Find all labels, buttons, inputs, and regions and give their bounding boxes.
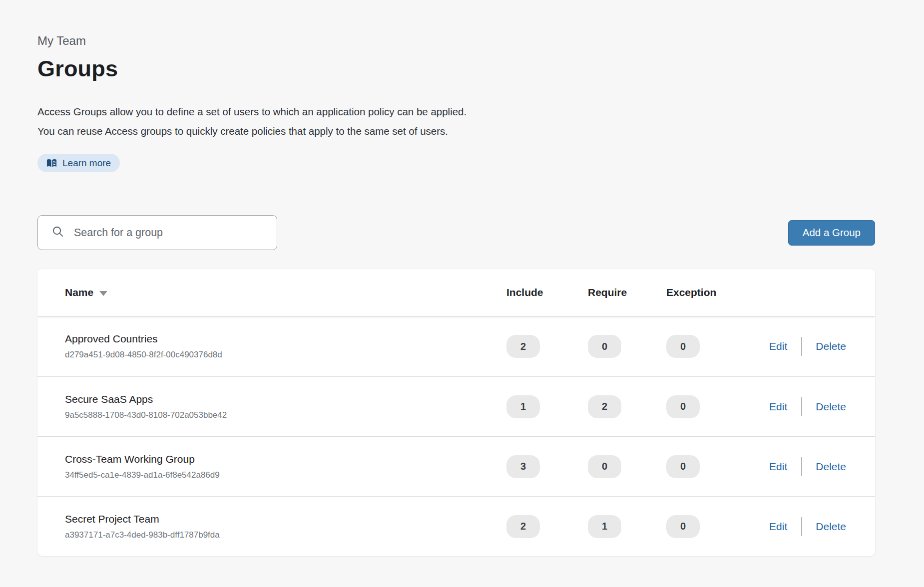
groups-table: Name Include Require Exception Approved … bbox=[37, 269, 875, 556]
require-count-badge: 1 bbox=[588, 515, 621, 538]
group-name-cell: Cross-Team Working Group 34ff5ed5-ca1e-4… bbox=[65, 453, 506, 480]
row-actions: Edit Delete bbox=[748, 457, 875, 476]
include-count-cell: 2 bbox=[506, 515, 588, 538]
search-input[interactable] bbox=[73, 226, 267, 240]
exception-count-badge: 0 bbox=[666, 515, 700, 538]
row-actions: Edit Delete bbox=[748, 337, 875, 356]
row-actions: Edit Delete bbox=[748, 397, 875, 416]
group-name: Cross-Team Working Group bbox=[65, 453, 506, 465]
action-divider bbox=[801, 397, 802, 416]
table-row: Approved Countries d279a451-9d08-4850-8f… bbox=[37, 316, 875, 376]
delete-group-link[interactable]: Delete bbox=[816, 521, 846, 533]
description-line-2: You can reuse Access groups to quickly c… bbox=[37, 121, 875, 141]
table-row: Secure SaaS Apps 9a5c5888-1708-43d0-8108… bbox=[37, 376, 875, 436]
include-count-cell: 3 bbox=[506, 455, 588, 478]
toolbar: Add a Group bbox=[37, 215, 875, 250]
table-row: Cross-Team Working Group 34ff5ed5-ca1e-4… bbox=[37, 436, 875, 496]
group-name: Approved Countries bbox=[65, 333, 506, 345]
sort-descending-caret-icon bbox=[99, 291, 107, 296]
learn-more-label: Learn more bbox=[62, 158, 111, 169]
table-row: Secret Project Team a3937171-a7c3-4ded-9… bbox=[37, 496, 875, 556]
exception-count-badge: 0 bbox=[666, 455, 700, 478]
include-count-cell: 1 bbox=[506, 395, 588, 418]
table-header-row: Name Include Require Exception bbox=[37, 269, 875, 316]
require-count-badge: 2 bbox=[588, 395, 621, 418]
include-count-badge: 1 bbox=[506, 395, 540, 418]
exception-count-cell: 0 bbox=[666, 455, 748, 478]
search-icon bbox=[51, 225, 64, 240]
row-actions: Edit Delete bbox=[748, 517, 875, 536]
edit-group-link[interactable]: Edit bbox=[769, 401, 787, 413]
include-count-badge: 2 bbox=[506, 335, 540, 358]
exception-count-cell: 0 bbox=[666, 335, 748, 358]
open-book-icon bbox=[46, 159, 57, 168]
require-count-cell: 1 bbox=[588, 515, 666, 538]
group-id: d279a451-9d08-4850-8f2f-00c490376d8d bbox=[65, 350, 506, 360]
include-count-cell: 2 bbox=[506, 335, 588, 358]
group-search[interactable] bbox=[37, 215, 277, 250]
group-name: Secure SaaS Apps bbox=[65, 393, 506, 405]
exception-count-badge: 0 bbox=[666, 395, 700, 418]
action-divider bbox=[801, 457, 802, 476]
delete-group-link[interactable]: Delete bbox=[816, 461, 846, 473]
group-name-cell: Approved Countries d279a451-9d08-4850-8f… bbox=[65, 333, 506, 360]
column-header-include: Include bbox=[506, 287, 588, 298]
group-name-cell: Secure SaaS Apps 9a5c5888-1708-43d0-8108… bbox=[65, 393, 506, 420]
require-count-badge: 0 bbox=[588, 335, 621, 358]
edit-group-link[interactable]: Edit bbox=[769, 461, 787, 473]
page-title: Groups bbox=[37, 56, 875, 82]
page-description: Access Groups allow you to define a set … bbox=[37, 102, 875, 141]
table-body: Approved Countries d279a451-9d08-4850-8f… bbox=[37, 316, 875, 556]
group-name-cell: Secret Project Team a3937171-a7c3-4ded-9… bbox=[65, 513, 506, 540]
group-name: Secret Project Team bbox=[65, 513, 506, 525]
group-id: 9a5c5888-1708-43d0-8108-702a053bbe42 bbox=[65, 410, 506, 420]
require-count-cell: 0 bbox=[588, 335, 666, 358]
breadcrumb: My Team bbox=[37, 34, 875, 48]
require-count-badge: 0 bbox=[588, 455, 621, 478]
require-count-cell: 2 bbox=[588, 395, 666, 418]
learn-more-button[interactable]: Learn more bbox=[37, 154, 120, 172]
column-header-require: Require bbox=[588, 287, 666, 298]
edit-group-link[interactable]: Edit bbox=[769, 521, 787, 533]
name-column-label: Name bbox=[65, 287, 93, 298]
column-header-exception: Exception bbox=[666, 287, 748, 298]
exception-count-cell: 0 bbox=[666, 515, 748, 538]
edit-group-link[interactable]: Edit bbox=[769, 340, 787, 352]
exception-count-badge: 0 bbox=[666, 335, 700, 358]
exception-count-cell: 0 bbox=[666, 395, 748, 418]
include-count-badge: 3 bbox=[506, 455, 540, 478]
group-id: a3937171-a7c3-4ded-983b-dff1787b9fda bbox=[65, 530, 506, 540]
description-line-1: Access Groups allow you to define a set … bbox=[37, 102, 875, 121]
include-count-badge: 2 bbox=[506, 515, 540, 538]
groups-page: My Team Groups Access Groups allow you t… bbox=[0, 0, 924, 556]
group-id: 34ff5ed5-ca1e-4839-ad1a-6f8e542a86d9 bbox=[65, 470, 506, 480]
delete-group-link[interactable]: Delete bbox=[816, 340, 846, 352]
add-group-button[interactable]: Add a Group bbox=[788, 220, 875, 246]
require-count-cell: 0 bbox=[588, 455, 666, 478]
action-divider bbox=[801, 337, 802, 356]
column-header-name-sort[interactable]: Name bbox=[65, 287, 506, 298]
delete-group-link[interactable]: Delete bbox=[816, 401, 846, 413]
action-divider bbox=[801, 517, 802, 536]
